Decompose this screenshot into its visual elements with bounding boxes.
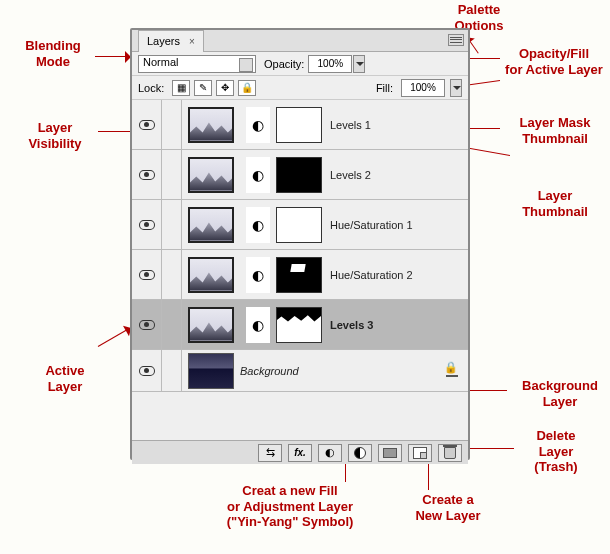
lock-all-icon[interactable]: 🔒 [238, 80, 256, 96]
anno-layer-mask-thumb: Layer MaskThumbnail [505, 115, 605, 146]
layer-mask-thumbnail[interactable] [276, 157, 322, 193]
add-mask-button[interactable]: ◐ [318, 444, 342, 462]
link-column [162, 200, 182, 249]
link-layers-button[interactable]: ⇆ [258, 444, 282, 462]
adjustment-icon: ◐ [246, 257, 270, 293]
adjustment-icon: ◐ [246, 157, 270, 193]
visibility-toggle[interactable] [132, 200, 162, 249]
fill-input[interactable]: 100% [401, 79, 445, 97]
eye-icon [139, 366, 155, 376]
anno-create-new-layer: Create aNew Layer [403, 492, 493, 523]
link-column [162, 350, 182, 391]
link-column [162, 100, 182, 149]
lock-position-icon[interactable]: ✥ [216, 80, 234, 96]
link-column [162, 300, 182, 349]
new-layer-icon [413, 447, 427, 459]
layer-name[interactable]: Levels 2 [330, 169, 371, 181]
layer-mask-thumbnail[interactable] [276, 307, 322, 343]
blending-mode-select[interactable]: Normal [138, 55, 256, 73]
layer-style-button[interactable]: fx. [288, 444, 312, 462]
layer-thumbnail[interactable] [188, 107, 234, 143]
layers-panel: Layers × Normal Opacity: 100% Lock: ▦ ✎ … [130, 28, 470, 460]
layer-row[interactable]: ◐Hue/Saturation 1 [132, 200, 468, 250]
layer-thumbnail[interactable] [188, 257, 234, 293]
anno-opacity-fill: Opacity/Fillfor Active Layer [504, 46, 604, 77]
lock-transparency-icon[interactable]: ▦ [172, 80, 190, 96]
layers-list: ◐Levels 1◐Levels 2◐Hue/Saturation 1◐Hue/… [132, 100, 468, 440]
blend-mode-value: Normal [143, 56, 178, 68]
new-group-button[interactable] [378, 444, 402, 462]
anno-blending-mode: BlendingMode [8, 38, 98, 69]
layer-thumbnail[interactable] [188, 207, 234, 243]
visibility-toggle[interactable] [132, 100, 162, 149]
opacity-label: Opacity: [264, 58, 304, 70]
eye-icon [139, 170, 155, 180]
layer-name[interactable]: Levels 3 [330, 319, 373, 331]
visibility-toggle[interactable] [132, 250, 162, 299]
layer-thumbnail[interactable] [188, 307, 234, 343]
blend-opacity-row: Normal Opacity: 100% [132, 52, 468, 76]
anno-layer-thumb: LayerThumbnail [515, 188, 595, 219]
link-column [162, 250, 182, 299]
layer-mask-thumbnail[interactable] [276, 257, 322, 293]
layer-mask-thumbnail[interactable] [276, 207, 322, 243]
fill-slider-icon[interactable] [450, 79, 462, 97]
opacity-input[interactable]: 100% [308, 55, 352, 73]
arrow [98, 328, 130, 347]
anno-background-layer: BackgroundLayer [510, 378, 610, 409]
adjustment-icon: ◐ [246, 107, 270, 143]
folder-icon [383, 448, 397, 458]
tab-label: Layers [147, 35, 180, 47]
collapse-icon[interactable] [432, 34, 444, 46]
layer-row[interactable]: ◐Levels 2 [132, 150, 468, 200]
eye-icon [139, 320, 155, 330]
anno-layer-visibility: LayerVisibility [10, 120, 100, 151]
fill-label: Fill: [376, 82, 393, 94]
layer-thumbnail[interactable] [188, 157, 234, 193]
anno-create-fill: Creat a new Fillor Adjustment Layer("Yin… [205, 483, 375, 530]
layer-row[interactable]: ◐Hue/Saturation 2 [132, 250, 468, 300]
close-tab-icon[interactable]: × [189, 36, 195, 47]
layer-name[interactable]: Levels 1 [330, 119, 371, 131]
arrow [95, 56, 129, 57]
visibility-toggle[interactable] [132, 300, 162, 349]
eye-icon [139, 270, 155, 280]
layer-name[interactable]: Hue/Saturation 2 [330, 269, 413, 281]
panel-bottom-bar: ⇆ fx. ◐ [132, 440, 468, 464]
adjustment-icon: ◐ [246, 207, 270, 243]
layer-name[interactable]: Background [240, 365, 299, 377]
layer-row[interactable]: ◐Levels 1 [132, 100, 468, 150]
layer-row[interactable]: Background [132, 350, 468, 392]
opacity-slider-icon[interactable] [353, 55, 365, 73]
anno-delete-layer: DeleteLayer(Trash) [516, 428, 596, 475]
lock-label: Lock: [138, 82, 164, 94]
new-layer-button[interactable] [408, 444, 432, 462]
new-fill-adjustment-button[interactable] [348, 444, 372, 462]
yin-yang-icon [354, 447, 366, 459]
panel-titlebar: Layers × [132, 30, 468, 52]
lock-icon [446, 365, 458, 377]
eye-icon [139, 220, 155, 230]
delete-layer-button[interactable] [438, 444, 462, 462]
layer-name[interactable]: Hue/Saturation 1 [330, 219, 413, 231]
palette-options-icon[interactable] [448, 34, 464, 46]
adjustment-icon: ◐ [246, 307, 270, 343]
trash-icon [444, 447, 456, 459]
lock-fill-row: Lock: ▦ ✎ ✥ 🔒 Fill: 100% [132, 76, 468, 100]
eye-icon [139, 120, 155, 130]
layers-tab[interactable]: Layers × [138, 30, 204, 52]
lock-pixels-icon[interactable]: ✎ [194, 80, 212, 96]
anno-active-layer: ActiveLayer [30, 363, 100, 394]
layer-mask-thumbnail[interactable] [276, 107, 322, 143]
visibility-toggle[interactable] [132, 150, 162, 199]
link-column [162, 150, 182, 199]
layer-thumbnail[interactable] [188, 353, 234, 389]
visibility-toggle[interactable] [132, 350, 162, 391]
layer-row[interactable]: ◐Levels 3 [132, 300, 468, 350]
